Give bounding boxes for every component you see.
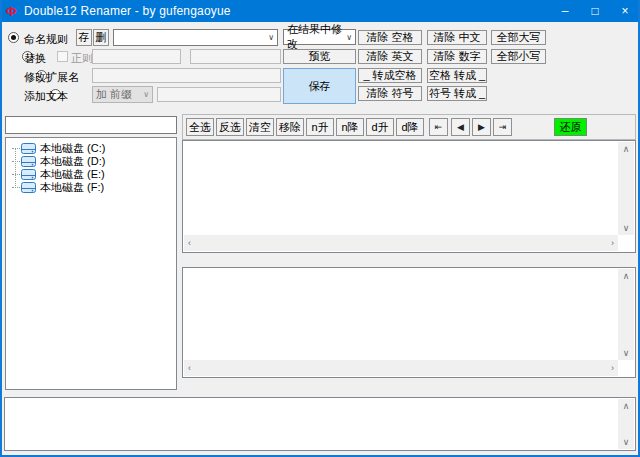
clear-chinese-button[interactable]: 清除 中文 (427, 30, 487, 45)
app-icon: Φ (0, 4, 22, 19)
path-filter-input[interactable] (5, 116, 177, 134)
scroll-right-icon[interactable]: › (607, 361, 618, 375)
scroll-down-icon[interactable]: ∨ (619, 435, 634, 449)
extension-input[interactable] (92, 68, 281, 83)
log-textarea[interactable]: ∧ ∨ (4, 397, 636, 451)
clear-spaces-button[interactable]: 清除 空格 (358, 30, 422, 45)
disk-icon (21, 156, 36, 167)
minimize-button[interactable]: – (550, 0, 580, 22)
scroll-up-icon[interactable]: ∧ (619, 399, 634, 413)
sort-date-asc-button[interactable]: d升 (366, 118, 394, 136)
regex-checkbox[interactable] (57, 51, 68, 62)
disk-icon (21, 182, 36, 193)
chevron-down-icon: ∨ (268, 33, 274, 42)
move-left-icon[interactable]: ◀ (451, 118, 470, 136)
scope-select[interactable]: 在结果中修改 ∨ (283, 29, 356, 45)
replace-find-input[interactable] (92, 49, 181, 64)
maximize-button[interactable]: □ (580, 0, 610, 22)
close-button[interactable]: × (610, 0, 640, 22)
restore-button[interactable]: 还原 (554, 118, 587, 136)
drive-tree-panel: 本地磁盘 (C:) 本地磁盘 (D:) 本地磁盘 (E:) 本地磁盘 (F:) (5, 137, 177, 390)
rule-combobox[interactable]: ∨ (113, 29, 278, 46)
select-all-button[interactable]: 全选 (186, 118, 214, 136)
result-file-list[interactable]: ∧ ∨ ‹ › (182, 267, 636, 378)
add-text-mode-value: 加 前缀 (96, 87, 132, 102)
disk-icon (21, 169, 36, 180)
save-button[interactable]: 保存 (283, 68, 356, 104)
disk-icon (21, 143, 36, 154)
vertical-scrollbar[interactable]: ∧ ∨ (618, 269, 634, 360)
radio-replace-label: 替换 (24, 51, 46, 66)
radio-rule-name[interactable] (8, 32, 19, 43)
rule-delete-button[interactable]: 删 (93, 29, 109, 46)
vertical-scrollbar[interactable]: ∧ ∨ (618, 399, 634, 449)
chevron-down-icon: ∨ (346, 33, 352, 42)
clear-digits-button[interactable]: 清除 数字 (427, 49, 487, 64)
radio-add-text-label: 添加文本 (24, 89, 68, 104)
sort-date-desc-button[interactable]: d降 (396, 118, 424, 136)
uppercase-button[interactable]: 全部大写 (491, 30, 546, 45)
preview-button[interactable]: 预览 (283, 49, 356, 64)
chevron-down-icon: ∨ (143, 90, 149, 99)
vertical-scrollbar[interactable]: ∧ ∨ (618, 142, 634, 235)
radio-extension-label: 修改扩展名 (24, 70, 79, 85)
move-last-icon[interactable]: ⇥ (493, 118, 512, 136)
scroll-up-icon[interactable]: ∧ (619, 269, 634, 283)
remove-button[interactable]: 移除 (276, 118, 304, 136)
scope-select-value: 在结果中修改 (287, 22, 346, 52)
add-text-mode-select[interactable]: 加 前缀 ∨ (92, 86, 153, 103)
clear-english-button[interactable]: 清除 英文 (358, 49, 422, 64)
scroll-down-icon[interactable]: ∨ (619, 346, 634, 360)
rule-save-button[interactable]: 存 (76, 29, 92, 46)
clear-symbols-button[interactable]: 清除 符号 (358, 86, 422, 101)
invert-select-button[interactable]: 反选 (216, 118, 244, 136)
clear-list-button[interactable]: 清空 (246, 118, 274, 136)
move-first-icon[interactable]: ⇤ (429, 118, 448, 136)
move-right-icon[interactable]: ▶ (472, 118, 491, 136)
list-toolbar: 全选 反选 清空 移除 n升 n降 d升 d降 ⇤ ◀ ▶ ⇥ 还原 (182, 114, 636, 140)
scroll-left-icon[interactable]: ‹ (184, 236, 195, 250)
horizontal-scrollbar[interactable]: ‹ › (184, 235, 618, 251)
replace-with-input[interactable] (190, 49, 281, 64)
radio-rule-name-label: 命名规则 (24, 32, 68, 47)
sort-name-desc-button[interactable]: n降 (336, 118, 364, 136)
add-text-input[interactable] (157, 87, 281, 102)
lowercase-button[interactable]: 全部小写 (491, 49, 546, 64)
tree-item-drive-f[interactable]: 本地磁盘 (F:) (12, 181, 104, 194)
symbol-to-underscore-button[interactable]: 符号 转成 _ (427, 86, 487, 101)
scroll-right-icon[interactable]: › (607, 236, 618, 250)
scroll-up-icon[interactable]: ∧ (619, 142, 634, 156)
horizontal-scrollbar[interactable]: ‹ › (184, 360, 618, 376)
scroll-left-icon[interactable]: ‹ (184, 361, 195, 375)
source-file-list[interactable]: ∧ ∨ ‹ › (182, 140, 636, 253)
space-to-underscore-button[interactable]: 空格 转成 _ (427, 68, 487, 83)
titlebar: Φ Double12 Renamer - by gufengaoyue – □ … (0, 0, 640, 22)
regex-checkbox-label: 正则 (71, 51, 93, 66)
underscore-to-space-button[interactable]: _ 转成空格 (358, 68, 422, 83)
sort-name-asc-button[interactable]: n升 (306, 118, 334, 136)
tree-item-label: 本地磁盘 (F:) (40, 180, 104, 195)
window-title: Double12 Renamer - by gufengaoyue (24, 4, 231, 18)
scroll-down-icon[interactable]: ∨ (619, 221, 634, 235)
app-window: Φ Double12 Renamer - by gufengaoyue – □ … (0, 0, 640, 457)
